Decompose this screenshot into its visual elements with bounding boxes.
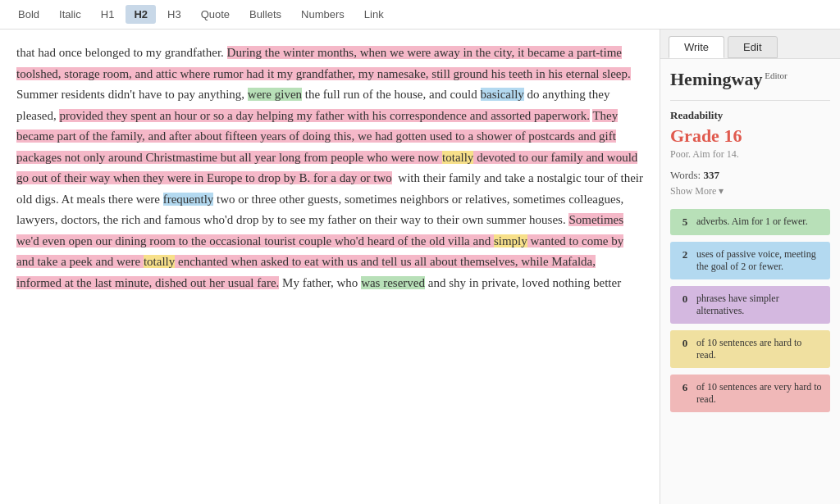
words-label: Words: bbox=[670, 169, 701, 181]
hemingway-logo: Hemingway Editor bbox=[670, 69, 830, 90]
passive-badge: 2 bbox=[678, 248, 692, 261]
numbers-button[interactable]: Numbers bbox=[293, 5, 353, 24]
h2-button[interactable]: H2 bbox=[126, 5, 156, 24]
italic-button[interactable]: Italic bbox=[51, 5, 89, 24]
h3-button[interactable]: H3 bbox=[159, 5, 189, 24]
show-more-label: Show More bbox=[670, 185, 716, 198]
edit-tab[interactable]: Edit bbox=[728, 36, 777, 58]
grade-sub: Poor. Aim for 14. bbox=[670, 148, 830, 161]
h1-button[interactable]: H1 bbox=[93, 5, 123, 24]
very-hard-text: of 10 sentences are very hard to read. bbox=[696, 381, 822, 406]
stat-very-hard: 6 of 10 sentences are very hard to read. bbox=[670, 375, 830, 412]
hard-badge: 0 bbox=[678, 337, 692, 350]
adverbs-badge: 5 bbox=[678, 216, 692, 229]
chevron-down-icon: ▾ bbox=[719, 185, 724, 198]
highlight-passive-reserved: was reserved bbox=[361, 276, 425, 289]
bold-button[interactable]: Bold bbox=[10, 5, 48, 24]
write-tab[interactable]: Write bbox=[669, 36, 724, 58]
editor-sup: Editor bbox=[762, 70, 787, 80]
bullets-button[interactable]: Bullets bbox=[241, 5, 290, 24]
sidebar-content: Hemingway Editor Readability Grade 16 Po… bbox=[660, 59, 840, 429]
main-layout: that had once belonged to my grandfather… bbox=[0, 30, 840, 504]
stat-simpler: 0 phrases have simpler alternatives. bbox=[670, 286, 830, 324]
editor-paragraph: that had once belonged to my grandfather… bbox=[16, 43, 643, 293]
hard-text: of 10 sentences are hard to read. bbox=[696, 337, 822, 361]
highlight-hard-sentence-4: Sometimes we'd even open our dining room… bbox=[16, 213, 623, 289]
adverbs-text: adverbs. Aim for 1 or fewer. bbox=[696, 216, 808, 228]
highlight-adverb-totally: totally bbox=[442, 151, 473, 164]
sidebar-tabs: Write Edit bbox=[660, 30, 840, 59]
link-button[interactable]: Link bbox=[356, 5, 392, 24]
simpler-badge: 0 bbox=[678, 293, 692, 306]
words-count: 337 bbox=[703, 169, 719, 181]
passive-text: uses of passive voice, meeting the goal … bbox=[696, 248, 822, 273]
highlight-totally: totally bbox=[144, 255, 175, 268]
highlight-adverb: were given bbox=[248, 88, 302, 101]
words-line: Words: 337 bbox=[670, 169, 830, 182]
highlight-passive: basically bbox=[481, 88, 524, 101]
stat-adverbs: 5 adverbs. Aim for 1 or fewer. bbox=[670, 209, 830, 235]
simpler-text: phrases have simpler alternatives. bbox=[696, 293, 822, 317]
stat-passive: 2 uses of passive voice, meeting the goa… bbox=[670, 242, 830, 279]
highlight-hard-sentence: During the winter months, when we were a… bbox=[16, 46, 631, 80]
readability-label: Readability bbox=[670, 109, 830, 122]
highlight-hard-sentence-2: provided they spent an hour or so a day … bbox=[59, 109, 589, 122]
very-hard-badge: 6 bbox=[678, 381, 692, 394]
sidebar: Write Edit Hemingway Editor Readability … bbox=[660, 30, 840, 504]
show-more[interactable]: Show More ▾ bbox=[670, 185, 830, 198]
highlight-adverb-frequently: frequently bbox=[163, 193, 214, 206]
divider bbox=[670, 100, 830, 101]
editor-area[interactable]: that had once belonged to my grandfather… bbox=[0, 30, 660, 504]
grade-text: Grade 16 bbox=[670, 125, 830, 147]
toolbar: Bold Italic H1 H2 H3 Quote Bullets Numbe… bbox=[0, 0, 840, 30]
stat-hard: 0 of 10 sentences are hard to read. bbox=[670, 330, 830, 368]
highlight-simply: simply bbox=[494, 234, 527, 247]
quote-button[interactable]: Quote bbox=[193, 5, 238, 24]
